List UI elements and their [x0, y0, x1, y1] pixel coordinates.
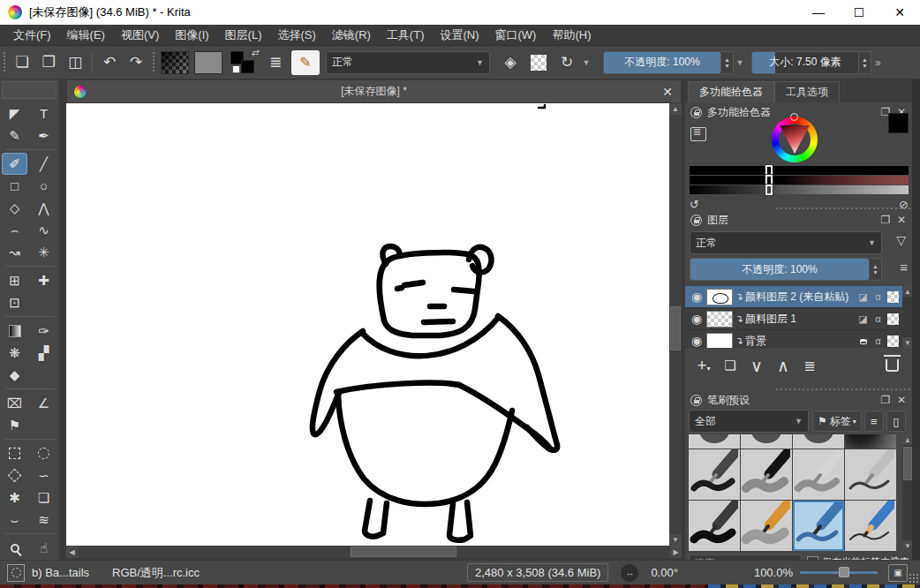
inherit-alpha-icon[interactable]: ◪: [856, 313, 871, 325]
multibrush-tool[interactable]: ✳: [31, 241, 57, 263]
menu-item-5[interactable]: 选择(S): [269, 25, 323, 46]
layer-options-icon[interactable]: ≡: [900, 260, 908, 275]
bezier-curve-tool[interactable]: ⌢: [2, 219, 27, 241]
line-tool[interactable]: ╱: [31, 153, 57, 175]
default-colors-icon[interactable]: [232, 65, 240, 73]
toolbar-overflow-button[interactable]: »: [875, 57, 881, 69]
edit-brush-settings-button[interactable]: ✎: [291, 50, 320, 75]
refresh-shades-icon[interactable]: ↺: [690, 198, 699, 211]
float-docker-icon[interactable]: ❐: [878, 214, 894, 226]
horizontal-scroll-thumb[interactable]: [351, 547, 456, 557]
layer-row[interactable]: ◉↴背景α: [685, 330, 902, 348]
scroll-down-icon[interactable]: ▼: [669, 534, 682, 546]
document-tab[interactable]: [未保存图像] * ✕: [66, 79, 682, 103]
redo-button[interactable]: ↷: [123, 50, 149, 75]
ellipse-tool[interactable]: ○: [31, 175, 57, 197]
menu-item-2[interactable]: 视图(V): [113, 25, 167, 46]
reload-preset-button[interactable]: ↻: [554, 50, 580, 75]
layer-visibility-icon[interactable]: ◉: [687, 312, 706, 326]
docker-lock-icon[interactable]: [690, 395, 702, 406]
fill-tool[interactable]: ◆: [2, 364, 27, 386]
menu-item-3[interactable]: 图像(I): [167, 25, 216, 46]
reference-images-tool[interactable]: ⚑: [2, 414, 27, 436]
freehand-selection-tool[interactable]: ∽: [31, 464, 57, 486]
alpha-channel-icon[interactable]: [887, 313, 899, 325]
color-wheel[interactable]: [772, 117, 818, 162]
menu-item-1[interactable]: 编辑(E): [59, 25, 113, 46]
vertical-scrollbar[interactable]: ▲ ▼: [669, 103, 682, 546]
similar-color-selection-tool[interactable]: ✱: [2, 486, 27, 509]
layer-filter-icon[interactable]: ▽: [896, 233, 906, 247]
color-profile-label[interactable]: RGB/透明...rc.icc: [112, 565, 200, 581]
opacity-slider[interactable]: 不透明度: 100%: [603, 51, 721, 74]
shade-bar-gray[interactable]: [690, 185, 909, 194]
preserve-alpha-button[interactable]: [531, 55, 547, 71]
menu-item-7[interactable]: 工具(T): [379, 25, 433, 46]
rectangle-tool[interactable]: □: [2, 175, 27, 197]
tag-button[interactable]: ⚑ 标签 ▾: [812, 411, 862, 432]
menu-item-4[interactable]: 图层(L): [217, 25, 270, 46]
pattern-edit-tool[interactable]: ❋: [2, 342, 27, 364]
elliptical-selection-tool[interactable]: [31, 442, 57, 464]
swap-colors-icon[interactable]: ⇄: [252, 48, 259, 57]
layer-row[interactable]: ◉↴颜料图层 2 (来自粘贴)◪α: [685, 286, 902, 308]
layer-row[interactable]: ◉↴颜料图层 1◪α: [685, 308, 902, 330]
layer-blend-mode-combo[interactable]: 正常 ▼: [690, 231, 882, 254]
history-bar[interactable]: [690, 166, 909, 175]
brush-preset-thumbnail[interactable]: [689, 434, 740, 449]
move-layer-down-button[interactable]: ∨: [743, 356, 770, 376]
chevron-down-icon[interactable]: ▼: [734, 58, 746, 67]
horizontal-scrollbar[interactable]: ◀ ▶: [66, 546, 682, 558]
brush-preset-thumbnail[interactable]: [845, 434, 896, 449]
alpha-channel-icon[interactable]: [887, 291, 899, 303]
open-button[interactable]: ❐: [35, 50, 62, 75]
crop-tool[interactable]: ⊡: [2, 291, 27, 313]
blending-mode-combo[interactable]: 正常 ▼: [326, 51, 490, 74]
brush-scroll-thumb[interactable]: [903, 447, 912, 480]
inherit-alpha-icon[interactable]: ◪: [856, 291, 871, 303]
layer-thumbnail[interactable]: [706, 333, 733, 349]
brush-preset-thumbnail[interactable]: [845, 449, 896, 500]
enclose-fill-tool[interactable]: ⌧: [2, 392, 27, 414]
contiguous-selection-tool[interactable]: ❏: [31, 486, 57, 509]
alpha-channel-icon[interactable]: [887, 335, 899, 347]
image-dimensions[interactable]: 2,480 x 3,508 (34.6 MiB): [467, 563, 608, 582]
scroll-left-icon[interactable]: ◀: [66, 546, 78, 558]
layer-name[interactable]: 颜料图层 2 (来自粘贴): [745, 290, 856, 305]
zoom-tool[interactable]: [2, 537, 27, 559]
zoom-reset-button[interactable]: ▣: [888, 564, 908, 582]
color-sampler-tool[interactable]: ✑: [31, 320, 57, 342]
layer-lock-icon[interactable]: [856, 335, 871, 346]
save-button[interactable]: ◫: [62, 50, 88, 75]
pattern-chooser[interactable]: [194, 51, 222, 74]
vertical-scroll-thumb[interactable]: [670, 306, 681, 351]
docker-lock-icon[interactable]: [690, 107, 702, 118]
polyline-tool[interactable]: ⋀: [31, 197, 57, 219]
resize-grip[interactable]: [909, 573, 919, 584]
document-close-button[interactable]: ✕: [654, 85, 681, 99]
layer-visibility-icon[interactable]: ◉: [687, 290, 706, 304]
menu-item-10[interactable]: 帮助(H): [544, 25, 599, 46]
bezier-selection-tool[interactable]: ⌣: [2, 509, 27, 531]
brush-preset-thumbnail[interactable]: [741, 449, 792, 500]
selector-settings-icon[interactable]: [690, 127, 706, 141]
chevron-down-icon[interactable]: ▼: [580, 58, 592, 67]
scroll-right-icon[interactable]: ▶: [670, 546, 682, 558]
size-spinner[interactable]: ▲▼: [859, 51, 871, 74]
undo-button[interactable]: ↶: [96, 50, 123, 75]
alpha-lock-icon[interactable]: α: [871, 313, 886, 324]
brush-size-slider[interactable]: 大小: 7.50 像素: [751, 51, 859, 74]
calligraphy-tool[interactable]: ✒: [31, 124, 57, 147]
add-layer-button[interactable]: +▾: [690, 356, 717, 375]
measure-tool[interactable]: ∠: [31, 392, 57, 414]
tab-advanced-color-selector[interactable]: 多功能拾色器: [688, 81, 774, 102]
docker-lock-icon[interactable]: [690, 215, 702, 226]
pan-tool[interactable]: ☝: [31, 537, 57, 559]
new-document-button[interactable]: ❏: [9, 50, 35, 75]
zoom-slider-handle[interactable]: [839, 567, 849, 577]
layer-visibility-icon[interactable]: ◉: [687, 334, 706, 348]
toolbox-handle[interactable]: [2, 81, 57, 99]
gradient-tool[interactable]: [2, 320, 27, 342]
toolbar-grip[interactable]: [151, 52, 156, 73]
rotation-angle[interactable]: 0.00°: [651, 566, 678, 579]
